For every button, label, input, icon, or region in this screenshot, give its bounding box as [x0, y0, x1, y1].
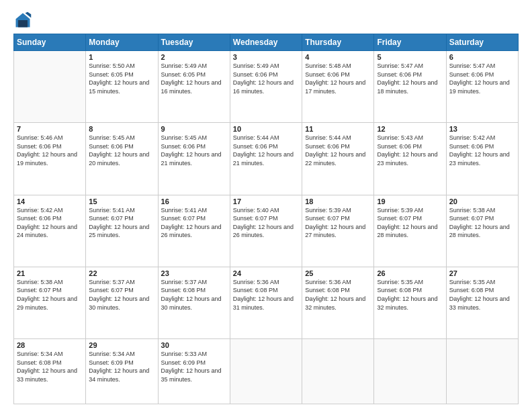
- day-info: Sunrise: 5:35 AMSunset: 6:08 PMDaylight:…: [377, 278, 443, 312]
- calendar-cell: 8Sunrise: 5:45 AMSunset: 6:06 PMDaylight…: [86, 123, 158, 195]
- calendar-cell: 9Sunrise: 5:45 AMSunset: 6:06 PMDaylight…: [158, 123, 230, 195]
- calendar-cell: 26Sunrise: 5:35 AMSunset: 6:08 PMDayligh…: [374, 267, 446, 338]
- day-info: Sunrise: 5:33 AMSunset: 6:09 PMDaylight:…: [161, 350, 227, 383]
- header: [13, 11, 519, 30]
- day-number: 3: [233, 53, 299, 61]
- day-info: Sunrise: 5:50 AMSunset: 6:05 PMDaylight:…: [89, 62, 154, 95]
- day-number: 14: [17, 197, 83, 205]
- day-number: 20: [449, 197, 515, 205]
- day-number: 28: [17, 341, 83, 349]
- calendar-cell: 30Sunrise: 5:33 AMSunset: 6:09 PMDayligh…: [158, 339, 230, 404]
- day-number: 22: [89, 269, 154, 277]
- day-info: Sunrise: 5:40 AMSunset: 6:07 PMDaylight:…: [233, 206, 299, 240]
- day-number: 12: [377, 125, 443, 133]
- day-info: Sunrise: 5:38 AMSunset: 6:07 PMDaylight:…: [449, 206, 515, 240]
- weekday-header-thursday: Thursday: [302, 34, 374, 51]
- calendar-cell: 21Sunrise: 5:38 AMSunset: 6:07 PMDayligh…: [14, 267, 86, 338]
- day-info: Sunrise: 5:49 AMSunset: 6:06 PMDaylight:…: [233, 62, 299, 95]
- day-info: Sunrise: 5:36 AMSunset: 6:08 PMDaylight:…: [305, 278, 371, 312]
- weekday-header-wednesday: Wednesday: [230, 34, 302, 51]
- day-number: 17: [233, 197, 299, 205]
- day-number: 13: [449, 125, 515, 133]
- day-info: Sunrise: 5:44 AMSunset: 6:06 PMDaylight:…: [233, 134, 299, 167]
- day-number: 18: [305, 197, 371, 205]
- day-info: Sunrise: 5:44 AMSunset: 6:06 PMDaylight:…: [305, 134, 371, 167]
- calendar-cell: 15Sunrise: 5:41 AMSunset: 6:07 PMDayligh…: [86, 195, 158, 267]
- day-info: Sunrise: 5:34 AMSunset: 6:09 PMDaylight:…: [89, 350, 154, 383]
- calendar-cell: 5Sunrise: 5:47 AMSunset: 6:06 PMDaylight…: [374, 51, 446, 123]
- page: SundayMondayTuesdayWednesdayThursdayFrid…: [0, 0, 532, 411]
- calendar-cell: 17Sunrise: 5:40 AMSunset: 6:07 PMDayligh…: [230, 195, 302, 267]
- calendar-cell: 25Sunrise: 5:36 AMSunset: 6:08 PMDayligh…: [302, 267, 374, 338]
- day-info: Sunrise: 5:35 AMSunset: 6:08 PMDaylight:…: [449, 278, 515, 312]
- day-info: Sunrise: 5:43 AMSunset: 6:06 PMDaylight:…: [377, 134, 443, 167]
- day-number: 1: [89, 53, 154, 61]
- weekday-header-row: SundayMondayTuesdayWednesdayThursdayFrid…: [14, 34, 519, 51]
- calendar-cell: 29Sunrise: 5:34 AMSunset: 6:09 PMDayligh…: [86, 339, 158, 404]
- day-info: Sunrise: 5:47 AMSunset: 6:06 PMDaylight:…: [377, 62, 443, 95]
- day-number: 11: [305, 125, 371, 133]
- calendar-cell: 24Sunrise: 5:36 AMSunset: 6:08 PMDayligh…: [230, 267, 302, 338]
- calendar-cell: 10Sunrise: 5:44 AMSunset: 6:06 PMDayligh…: [230, 123, 302, 195]
- day-number: 27: [449, 269, 515, 277]
- weekday-header-monday: Monday: [86, 34, 158, 51]
- calendar-cell: [374, 339, 446, 404]
- calendar-cell: 7Sunrise: 5:46 AMSunset: 6:06 PMDaylight…: [14, 123, 86, 195]
- day-number: 15: [89, 197, 154, 205]
- calendar-cell: 16Sunrise: 5:41 AMSunset: 6:07 PMDayligh…: [158, 195, 230, 267]
- week-row-2: 7Sunrise: 5:46 AMSunset: 6:06 PMDaylight…: [14, 123, 519, 195]
- day-info: Sunrise: 5:41 AMSunset: 6:07 PMDaylight:…: [161, 206, 227, 240]
- day-info: Sunrise: 5:39 AMSunset: 6:07 PMDaylight:…: [377, 206, 443, 240]
- weekday-header-saturday: Saturday: [446, 34, 518, 51]
- svg-rect-2: [18, 20, 28, 28]
- day-info: Sunrise: 5:41 AMSunset: 6:07 PMDaylight:…: [89, 206, 154, 240]
- calendar-cell: 1Sunrise: 5:50 AMSunset: 6:05 PMDaylight…: [86, 51, 158, 123]
- calendar-cell: 6Sunrise: 5:47 AMSunset: 6:06 PMDaylight…: [446, 51, 518, 123]
- day-number: 6: [449, 53, 515, 61]
- day-number: 29: [89, 341, 154, 349]
- day-number: 23: [161, 269, 227, 277]
- calendar-cell: 11Sunrise: 5:44 AMSunset: 6:06 PMDayligh…: [302, 123, 374, 195]
- calendar-cell: 28Sunrise: 5:34 AMSunset: 6:08 PMDayligh…: [14, 339, 86, 404]
- day-number: 7: [17, 125, 83, 133]
- day-info: Sunrise: 5:37 AMSunset: 6:07 PMDaylight:…: [89, 278, 154, 312]
- day-info: Sunrise: 5:42 AMSunset: 6:06 PMDaylight:…: [449, 134, 515, 167]
- day-number: 4: [305, 53, 371, 61]
- calendar-cell: 19Sunrise: 5:39 AMSunset: 6:07 PMDayligh…: [374, 195, 446, 267]
- day-number: 19: [377, 197, 443, 205]
- day-info: Sunrise: 5:39 AMSunset: 6:07 PMDaylight:…: [305, 206, 371, 240]
- day-info: Sunrise: 5:45 AMSunset: 6:06 PMDaylight:…: [89, 134, 154, 167]
- calendar-cell: 14Sunrise: 5:42 AMSunset: 6:06 PMDayligh…: [14, 195, 86, 267]
- day-info: Sunrise: 5:47 AMSunset: 6:06 PMDaylight:…: [449, 62, 515, 95]
- calendar-cell: 2Sunrise: 5:49 AMSunset: 6:05 PMDaylight…: [158, 51, 230, 123]
- day-info: Sunrise: 5:46 AMSunset: 6:06 PMDaylight:…: [17, 134, 83, 167]
- calendar-cell: 3Sunrise: 5:49 AMSunset: 6:06 PMDaylight…: [230, 51, 302, 123]
- day-number: 26: [377, 269, 443, 277]
- week-row-4: 21Sunrise: 5:38 AMSunset: 6:07 PMDayligh…: [14, 267, 519, 338]
- calendar-cell: 13Sunrise: 5:42 AMSunset: 6:06 PMDayligh…: [446, 123, 518, 195]
- day-number: 8: [89, 125, 154, 133]
- day-info: Sunrise: 5:37 AMSunset: 6:08 PMDaylight:…: [161, 278, 227, 312]
- day-info: Sunrise: 5:34 AMSunset: 6:08 PMDaylight:…: [17, 350, 83, 383]
- day-number: 21: [17, 269, 83, 277]
- calendar-table: SundayMondayTuesdayWednesdayThursdayFrid…: [13, 34, 519, 404]
- day-number: 5: [377, 53, 443, 61]
- day-number: 9: [161, 125, 227, 133]
- week-row-3: 14Sunrise: 5:42 AMSunset: 6:06 PMDayligh…: [14, 195, 519, 267]
- day-number: 16: [161, 197, 227, 205]
- calendar-cell: 12Sunrise: 5:43 AMSunset: 6:06 PMDayligh…: [374, 123, 446, 195]
- day-info: Sunrise: 5:38 AMSunset: 6:07 PMDaylight:…: [17, 278, 83, 312]
- day-info: Sunrise: 5:36 AMSunset: 6:08 PMDaylight:…: [233, 278, 299, 312]
- calendar-cell: [14, 51, 86, 123]
- day-info: Sunrise: 5:48 AMSunset: 6:06 PMDaylight:…: [305, 62, 371, 95]
- logo: [13, 11, 35, 30]
- day-info: Sunrise: 5:45 AMSunset: 6:06 PMDaylight:…: [161, 134, 227, 167]
- calendar-cell: [302, 339, 374, 404]
- weekday-header-tuesday: Tuesday: [158, 34, 230, 51]
- calendar-cell: 22Sunrise: 5:37 AMSunset: 6:07 PMDayligh…: [86, 267, 158, 338]
- calendar-cell: 23Sunrise: 5:37 AMSunset: 6:08 PMDayligh…: [158, 267, 230, 338]
- calendar-cell: 20Sunrise: 5:38 AMSunset: 6:07 PMDayligh…: [446, 195, 518, 267]
- week-row-5: 28Sunrise: 5:34 AMSunset: 6:08 PMDayligh…: [14, 339, 519, 404]
- calendar-cell: 4Sunrise: 5:48 AMSunset: 6:06 PMDaylight…: [302, 51, 374, 123]
- day-info: Sunrise: 5:49 AMSunset: 6:05 PMDaylight:…: [161, 62, 227, 95]
